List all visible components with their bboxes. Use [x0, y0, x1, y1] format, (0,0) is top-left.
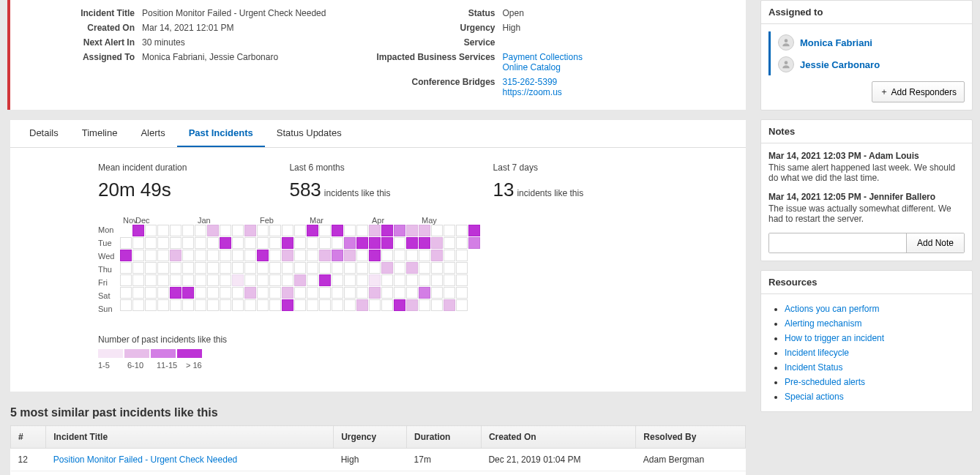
heatmap-cell[interactable]	[381, 237, 393, 249]
heatmap-cell[interactable]	[257, 237, 269, 249]
heatmap-cell[interactable]	[332, 250, 343, 261]
heatmap-cell[interactable]	[257, 262, 269, 274]
heatmap-cell[interactable]	[220, 262, 231, 274]
heatmap-cell[interactable]	[120, 262, 132, 274]
heatmap-cell[interactable]	[244, 225, 256, 236]
heatmap-cell[interactable]	[307, 299, 318, 311]
resource-link[interactable]: Actions you can perform	[785, 304, 879, 314]
heatmap-cell[interactable]	[456, 287, 468, 299]
heatmap-cell[interactable]	[369, 225, 381, 236]
heatmap-cell[interactable]	[294, 299, 306, 311]
heatmap-cell[interactable]	[431, 287, 443, 299]
heatmap-cell[interactable]	[419, 225, 430, 236]
heatmap-cell[interactable]	[195, 262, 206, 274]
heatmap-cell[interactable]	[282, 250, 293, 261]
heatmap-cell[interactable]	[145, 299, 157, 311]
heatmap-cell[interactable]	[294, 274, 306, 286]
resource-link[interactable]: Special actions	[785, 392, 844, 402]
tab-status-updates[interactable]: Status Updates	[265, 120, 354, 147]
heatmap-cell[interactable]	[332, 299, 343, 311]
heatmap-cell[interactable]	[381, 262, 393, 274]
heatmap-cell[interactable]	[431, 250, 443, 261]
heatmap-cell[interactable]	[157, 237, 169, 249]
heatmap-cell[interactable]	[269, 250, 281, 261]
heatmap-cell[interactable]	[319, 274, 331, 286]
resource-link[interactable]: Incident lifecycle	[785, 348, 849, 358]
heatmap-cell[interactable]	[232, 299, 244, 311]
heatmap-cell[interactable]	[220, 225, 231, 236]
heatmap-cell[interactable]	[332, 274, 343, 286]
heatmap-cell[interactable]	[406, 274, 418, 286]
assignee-link[interactable]: Monica Fabriani	[800, 37, 872, 48]
heatmap-cell[interactable]	[132, 225, 144, 236]
heatmap-cell[interactable]	[406, 287, 418, 299]
heatmap-cell[interactable]	[444, 262, 455, 274]
heatmap-cell[interactable]	[419, 287, 430, 299]
heatmap-cell[interactable]	[369, 262, 381, 274]
heatmap-cell[interactable]	[356, 299, 368, 311]
heatmap-cell[interactable]	[170, 287, 182, 299]
heatmap-cell[interactable]	[294, 225, 306, 236]
heatmap-cell[interactable]	[344, 225, 356, 236]
heatmap-cell[interactable]	[207, 287, 219, 299]
heatmap-cell[interactable]	[195, 250, 206, 261]
heatmap-cell[interactable]	[220, 250, 231, 261]
impacted-service-link[interactable]: Payment Collections	[503, 52, 583, 62]
heatmap-cell[interactable]	[145, 225, 157, 236]
assignee-link[interactable]: Jessie Carbonaro	[800, 59, 880, 70]
heatmap-cell[interactable]	[132, 237, 144, 249]
heatmap-cell[interactable]	[269, 225, 281, 236]
heatmap-cell[interactable]	[207, 250, 219, 261]
conference-link[interactable]: https://zoom.us	[503, 87, 562, 97]
heatmap-cell[interactable]	[444, 225, 455, 236]
heatmap-cell[interactable]	[369, 237, 381, 249]
heatmap-cell[interactable]	[356, 237, 368, 249]
heatmap-cell[interactable]	[244, 299, 256, 311]
heatmap-cell[interactable]	[456, 299, 468, 311]
heatmap-cell[interactable]	[394, 250, 405, 261]
heatmap-cell[interactable]	[220, 274, 231, 286]
heatmap-cell[interactable]	[431, 237, 443, 249]
heatmap-cell[interactable]	[419, 237, 430, 249]
resource-link[interactable]: Alerting mechanism	[785, 318, 861, 329]
heatmap-cell[interactable]	[220, 299, 231, 311]
tab-alerts[interactable]: Alerts	[129, 120, 176, 147]
heatmap-cell[interactable]	[232, 262, 244, 274]
heatmap-cell[interactable]	[257, 225, 269, 236]
heatmap-cell[interactable]	[120, 299, 132, 311]
heatmap-cell[interactable]	[182, 225, 194, 236]
heatmap-cell[interactable]	[406, 299, 418, 311]
heatmap-cell[interactable]	[132, 262, 144, 274]
similar-incident-link[interactable]: Position Monitor Failed - Urgent Check N…	[53, 455, 237, 465]
heatmap-cell[interactable]	[431, 225, 443, 236]
heatmap-cell[interactable]	[406, 225, 418, 236]
heatmap-cell[interactable]	[220, 287, 231, 299]
heatmap-cell[interactable]	[282, 287, 293, 299]
heatmap-cell[interactable]	[319, 237, 331, 249]
heatmap-cell[interactable]	[468, 237, 480, 249]
heatmap-cell[interactable]	[182, 250, 194, 261]
heatmap-cell[interactable]	[332, 237, 343, 249]
tab-details[interactable]: Details	[18, 120, 70, 147]
heatmap-cell[interactable]	[419, 250, 430, 261]
heatmap-cell[interactable]	[257, 299, 269, 311]
heatmap-cell[interactable]	[444, 287, 455, 299]
heatmap-cell[interactable]	[207, 237, 219, 249]
heatmap-cell[interactable]	[157, 225, 169, 236]
tab-timeline[interactable]: Timeline	[70, 120, 130, 147]
heatmap-cell[interactable]	[182, 237, 194, 249]
heatmap-cell[interactable]	[344, 274, 356, 286]
heatmap-cell[interactable]	[344, 299, 356, 311]
note-input[interactable]	[769, 233, 906, 253]
heatmap-cell[interactable]	[456, 274, 468, 286]
heatmap-cell[interactable]	[257, 250, 269, 261]
heatmap-cell[interactable]	[269, 262, 281, 274]
heatmap-cell[interactable]	[332, 262, 343, 274]
heatmap-cell[interactable]	[319, 262, 331, 274]
heatmap-cell[interactable]	[456, 237, 468, 249]
heatmap-cell[interactable]	[269, 237, 281, 249]
heatmap-cell[interactable]	[419, 262, 430, 274]
heatmap-cell[interactable]	[406, 250, 418, 261]
heatmap-cell[interactable]	[356, 287, 368, 299]
heatmap-cell[interactable]	[394, 274, 405, 286]
